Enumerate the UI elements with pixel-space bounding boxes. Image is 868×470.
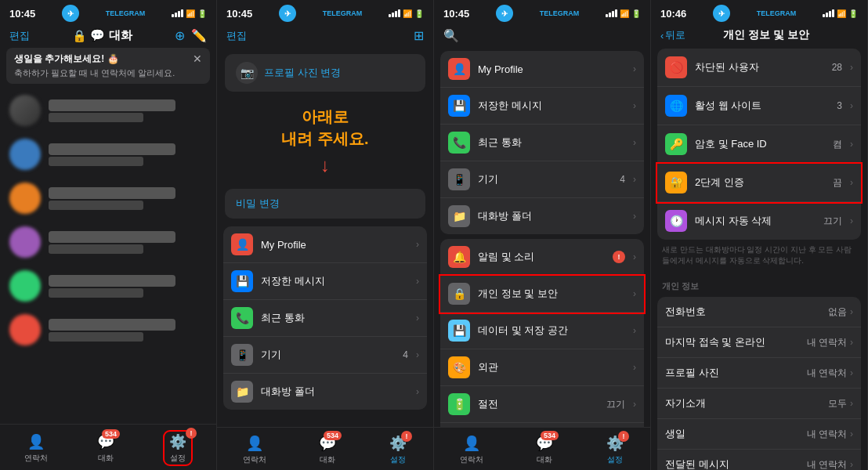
info-item-phone[interactable]: 전화번호 없음 › — [657, 297, 861, 327]
list-item[interactable] — [0, 176, 216, 220]
calls-icon-3: 📞 — [448, 132, 470, 154]
tab-chats-3[interactable]: 💬 534 대화 — [535, 434, 554, 465]
item-appearance-3[interactable]: 🎨 외관 › — [440, 349, 644, 386]
contacts-icon-tab-3: 👤 — [462, 434, 481, 453]
profile-photo-btn[interactable]: 📷 프로필 사진 변경 — [225, 54, 425, 92]
privacy-arrow-3: › — [633, 288, 636, 299]
tab-contacts-2[interactable]: 👤 연락처 — [243, 434, 266, 465]
forwarded-arrow: › — [850, 459, 853, 470]
info-item-birthday[interactable]: 생일 내 연락처 › — [657, 419, 861, 450]
tab-settings-3[interactable]: ⚙️ ! 설정 — [606, 434, 624, 465]
avatar — [9, 95, 41, 126]
list-item[interactable] — [0, 264, 216, 308]
edit-btn-2[interactable]: 편집 — [226, 29, 247, 43]
add-icon-1[interactable]: ⊕ — [175, 28, 185, 43]
folders-icon-3: 📁 — [448, 205, 470, 227]
edit-btn-1[interactable]: 편집 — [9, 29, 30, 43]
autodelete-value: 끄기 — [823, 215, 842, 228]
telegram-logo-1: ✈ — [62, 5, 79, 22]
settings-item-calls[interactable]: 📞 최근 통화 › — [223, 300, 427, 337]
data-icon-3: 💾 — [448, 320, 470, 342]
tab-contacts-label-1: 연락처 — [24, 453, 48, 464]
info-item-forwarded[interactable]: 전달된 메시지 내 연락처 › — [657, 450, 861, 470]
data-label-3: 데이터 및 저장 공간 — [478, 324, 625, 338]
telegram-logo-2: ✈ — [279, 5, 296, 22]
phone-label: 전화번호 — [665, 305, 706, 319]
avatar — [9, 270, 41, 302]
list-item[interactable] — [0, 89, 216, 132]
privacy-item-websites[interactable]: 🌐 활성 웹 사이트 3 › — [657, 87, 861, 125]
list-item[interactable] — [0, 220, 216, 264]
password-change-btn[interactable]: 비밀 변경 — [225, 189, 425, 219]
compose-icon-1[interactable]: ✏️ — [191, 28, 207, 43]
signal-icon-4 — [823, 9, 834, 17]
bio-label: 자기소개 — [665, 396, 706, 410]
camera-icon: 📷 — [236, 62, 258, 84]
devices-label-3: 기기 — [478, 172, 612, 186]
item-my-profile-3[interactable]: 👤 My Profile › — [440, 51, 644, 88]
privacy-item-blocked[interactable]: 🚫 차단된 사용자 28 › — [657, 49, 861, 87]
item-notifications-3[interactable]: 🔔 알림 및 소리 ! › — [440, 239, 644, 276]
nav-actions-1: ⊕ ✏️ — [175, 28, 207, 43]
item-data-3[interactable]: 💾 데이터 및 저장 공간 › — [440, 313, 644, 349]
online-value: 내 연락처 — [807, 336, 847, 349]
forwarded-value: 내 연락처 — [807, 458, 847, 471]
back-btn-4[interactable]: ‹ 뒤로 — [660, 28, 685, 42]
battery-icon-3: 🔋 — [631, 9, 641, 18]
item-saved-3[interactable]: 💾 저장한 메시지 › — [440, 88, 644, 125]
tab-chats-2[interactable]: 💬 534 대화 — [318, 434, 337, 465]
appearance-label-3: 외관 — [478, 360, 625, 374]
tab-chats-1[interactable]: 💬 534 대화 — [96, 432, 115, 464]
search-icon-3[interactable]: 🔍 — [443, 28, 459, 43]
scroll-instruction-text: 아래로내려 주세요. — [281, 106, 368, 150]
item-devices-3[interactable]: 📱 기기 4 › — [440, 161, 644, 198]
settings-icon-1: ⚙️ — [168, 432, 187, 451]
settings-item-saved[interactable]: 💾 저장한 메시지 › — [223, 263, 427, 300]
privacy-icon-3: 🔒 — [448, 283, 470, 305]
grid-icon-2[interactable]: ⊞ — [414, 28, 424, 43]
chat-preview — [49, 157, 143, 166]
info-item-online[interactable]: 마지막 접속 및 온라인 내 연락처 › — [657, 327, 861, 358]
status-icons-4: 📶 🔋 — [823, 9, 858, 18]
info-item-profile-pic[interactable]: 프로필 사진 내 연락처 › — [657, 358, 861, 389]
tab-contacts-1[interactable]: 👤 연락처 — [24, 432, 48, 464]
item-battery-3[interactable]: 🔋 절전 끄기 › — [440, 386, 644, 423]
settings-group-1: 👤 My Profile › 💾 저장한 메시지 › 📞 최근 통화 › 📱 기… — [440, 51, 644, 234]
notification-close[interactable]: ✕ — [193, 52, 202, 65]
calls-label-3: 최근 통화 — [478, 136, 625, 150]
privacy-security-list: 🚫 차단된 사용자 28 › 🌐 활성 웹 사이트 3 › 🔑 암호 및 Fac… — [657, 49, 861, 240]
my-profile-icon: 👤 — [231, 233, 253, 255]
privacy-item-2fa[interactable]: 🔐 2단계 인증 끔 › — [657, 164, 861, 202]
info-item-bio[interactable]: 자기소개 모두 › — [657, 389, 861, 419]
blocked-value: 28 — [832, 62, 842, 73]
settings-badge-2: ! — [401, 431, 412, 442]
devices-icon-3: 📱 — [448, 168, 470, 190]
settings-item-folders[interactable]: 📁 대화방 폴더 › — [223, 374, 427, 410]
telegram-label-2: TELEGRAM — [323, 9, 363, 17]
bio-right: 모두 › — [828, 397, 853, 410]
tab-settings-2[interactable]: ⚙️ ! 설정 — [389, 434, 407, 465]
tab-settings-1[interactable]: ⚙️ ! 설정 — [164, 431, 192, 465]
item-privacy-3[interactable]: 🔒 개인 정보 및 보안 › — [440, 276, 644, 313]
autodelete-arrow: › — [850, 215, 853, 226]
saved-label-3: 저장한 메시지 — [478, 99, 625, 113]
list-item[interactable] — [0, 308, 216, 352]
tab-contacts-label-3: 연락처 — [460, 454, 483, 465]
blocked-arrow: › — [850, 62, 853, 73]
tab-contacts-3[interactable]: 👤 연락처 — [460, 434, 483, 465]
item-calls-3[interactable]: 📞 최근 통화 › — [440, 125, 644, 161]
item-folders-3[interactable]: 📁 대화방 폴더 › — [440, 198, 644, 234]
privacy-page-title: 개인 정보 및 보안 — [690, 28, 842, 42]
websites-icon: 🌐 — [665, 95, 687, 117]
chat-preview — [49, 244, 143, 254]
privacy-item-faceid[interactable]: 🔑 암호 및 Face ID 켬 › — [657, 125, 861, 164]
privacy-item-autodelete[interactable]: 🕐 메시지 자동 삭제 끄기 › — [657, 202, 861, 240]
list-item[interactable] — [0, 132, 216, 176]
chat-info — [49, 143, 207, 166]
settings-item-devices[interactable]: 📱 기기 4 › — [223, 337, 427, 374]
avatar — [9, 139, 41, 170]
battery-arrow-3: › — [633, 399, 636, 410]
chat-info — [49, 187, 207, 210]
calls-label: 최근 통화 — [261, 311, 408, 325]
settings-item-my-profile[interactable]: 👤 My Profile › — [223, 226, 427, 263]
